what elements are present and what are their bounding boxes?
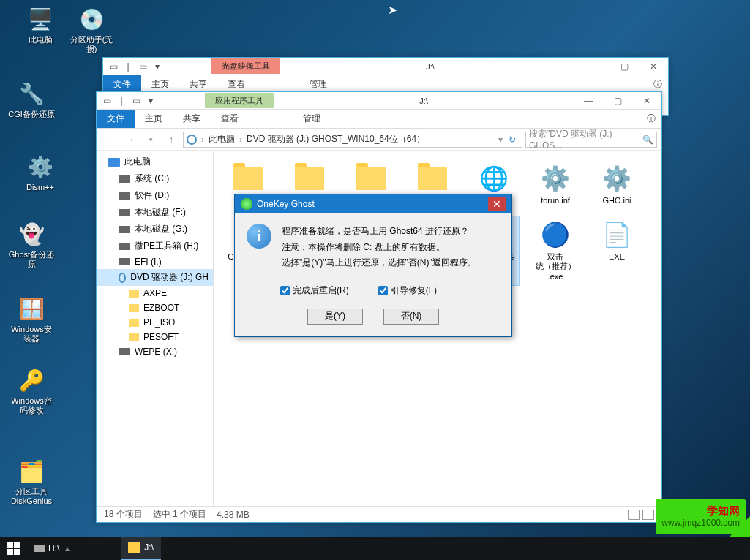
qat-icon[interactable]: ▭ xyxy=(137,61,149,72)
dialog-close-button[interactable]: ✕ xyxy=(488,197,506,211)
maximize-button[interactable]: ▢ xyxy=(610,58,639,75)
desktop-icon[interactable]: ⚙️Dism++ xyxy=(15,152,66,192)
close-button[interactable]: ✕ xyxy=(632,92,661,110)
desktop-icon[interactable]: 🔑Windows密码修改 xyxy=(6,366,57,415)
view-icons-icon[interactable] xyxy=(642,510,654,520)
help-icon[interactable]: ⓘ xyxy=(647,113,656,125)
minimize-button[interactable]: — xyxy=(580,58,610,75)
file-item[interactable]: ⚙️torun.inf xyxy=(530,159,581,208)
tree-folder[interactable]: EZBOOT xyxy=(97,300,213,315)
status-bar: 18 个项目 选中 1 个项目 4.38 MB xyxy=(97,506,661,522)
window-title: J:\ xyxy=(274,97,574,105)
desktop-icon[interactable]: 👻Ghost备份还原 xyxy=(6,219,57,269)
tree-folder[interactable]: AXPE xyxy=(97,286,213,300)
start-button[interactable] xyxy=(0,537,26,560)
ribbon-file[interactable]: 文件 xyxy=(97,110,135,128)
tree-drive[interactable]: DVD 驱动器 (J:) GH xyxy=(97,269,213,286)
desktop-icon[interactable]: 🗂️分区工具DiskGenius xyxy=(6,456,57,506)
minimize-button[interactable]: — xyxy=(574,92,603,110)
file-item[interactable]: 🔵双击统（推荐）.exe xyxy=(530,216,581,286)
status-size: 4.38 MB xyxy=(217,510,250,520)
no-button[interactable]: 否(N) xyxy=(383,309,439,325)
yes-button[interactable]: 是(Y) xyxy=(307,309,363,325)
window-title: J:\ xyxy=(280,62,580,71)
help-icon[interactable]: ⓘ xyxy=(653,78,662,91)
nav-tree: 此电脑 系统 (C:)软件 (D:)本地磁盘 (F:)本地磁盘 (G:)微PE工… xyxy=(97,151,214,506)
drive-icon xyxy=(187,135,197,145)
dialog-text-2: 注意：本操作将删除 C: 盘上的所有数据。 xyxy=(282,240,500,256)
tree-drive[interactable]: 系统 (C:) xyxy=(97,170,213,187)
tree-drive[interactable]: EFI (I:) xyxy=(97,254,213,269)
status-selected: 选中 1 个项目 xyxy=(153,508,206,521)
nav-history[interactable]: ▾ xyxy=(142,131,160,148)
dialog-text-1: 程序准备就绪，是否马上用 Ghost64 进行还原？ xyxy=(282,224,500,240)
qat-sep: | xyxy=(116,95,127,107)
nav-up[interactable]: ↑ xyxy=(162,131,180,148)
watermark: 学知网 www.jmqz1000.com xyxy=(656,499,746,534)
maximize-button[interactable]: ▢ xyxy=(603,92,632,110)
checkbox-bootfix[interactable]: 引导修复(F) xyxy=(378,284,437,297)
app-icon xyxy=(241,198,252,210)
dialog-title: OneKey Ghost xyxy=(257,199,315,209)
nav-forward[interactable]: → xyxy=(121,131,139,148)
info-icon: i xyxy=(247,224,271,249)
desktop-icon[interactable]: 🪟Windows安装器 xyxy=(6,294,57,344)
cursor-icon: ➤ xyxy=(388,3,397,17)
nav-back[interactable]: ← xyxy=(101,131,119,148)
onekey-ghost-dialog: OneKey Ghost ✕ i 程序准备就绪，是否马上用 Ghost64 进行… xyxy=(234,194,512,337)
tree-drive[interactable]: 本地磁盘 (F:) xyxy=(97,204,213,221)
ribbon-home[interactable]: 主页 xyxy=(135,110,173,128)
dialog-text-3: 选择"是(Y)"马上进行还原，选择"否(N)"返回程序。 xyxy=(282,255,500,271)
view-details-icon[interactable] xyxy=(628,510,640,520)
search-input[interactable]: 搜索"DVD 驱动器 (J:) GHOS... 🔍 xyxy=(525,132,657,148)
taskbar-explorer[interactable]: J:\ xyxy=(121,537,161,560)
desktop-icon[interactable]: 🔧CGI备份还原 xyxy=(6,79,57,119)
refresh-icon[interactable]: ↻ xyxy=(506,135,519,145)
desktop-icon[interactable]: 🖥️此电脑 xyxy=(15,4,66,45)
context-tab[interactable]: 应用程序工具 xyxy=(205,93,274,108)
file-item[interactable]: ⚙️GHO.ini xyxy=(591,159,642,208)
file-item[interactable]: 📄EXE xyxy=(591,216,642,286)
qat-down[interactable]: ▾ xyxy=(151,61,163,72)
tree-drive[interactable]: 本地磁盘 (G:) xyxy=(97,221,213,238)
search-icon[interactable]: 🔍 xyxy=(642,135,653,145)
tree-this-pc[interactable]: 此电脑 xyxy=(97,154,213,170)
qat-icon[interactable]: ▭ xyxy=(108,61,119,72)
tree-folder[interactable]: PESOFT xyxy=(97,330,213,344)
tree-folder[interactable]: PE_ISO xyxy=(97,315,213,330)
qat-icon[interactable]: ▭ xyxy=(101,95,113,107)
tree-drive[interactable]: 微PE工具箱 (H:) xyxy=(97,238,213,254)
tree-drive[interactable]: 软件 (D:) xyxy=(97,187,213,204)
qat-icon[interactable]: ▭ xyxy=(130,95,142,107)
qat-sep: | xyxy=(122,61,134,72)
ribbon-share[interactable]: 共享 xyxy=(173,110,211,128)
tree-drive[interactable]: WEPE (X:) xyxy=(97,344,213,359)
qat-down[interactable]: ▾ xyxy=(145,95,157,107)
desktop-icon[interactable]: 💿分区助手(无损) xyxy=(66,4,117,54)
ribbon-manage[interactable]: 管理 xyxy=(293,110,331,128)
taskbar: H:\ ▴ J:\ xyxy=(0,537,750,560)
context-tab[interactable]: 光盘映像工具 xyxy=(211,58,280,74)
address-bar[interactable]: › 此电脑 › DVD 驱动器 (J:) GHOST_WIN10_64位（64）… xyxy=(183,132,522,148)
status-count: 18 个项目 xyxy=(104,508,143,521)
ribbon-view[interactable]: 查看 xyxy=(211,110,249,128)
checkbox-restart[interactable]: 完成后重启(R) xyxy=(280,284,349,297)
taskbar-drive[interactable]: H:\ ▴ xyxy=(26,537,77,560)
close-button[interactable]: ✕ xyxy=(639,58,668,75)
